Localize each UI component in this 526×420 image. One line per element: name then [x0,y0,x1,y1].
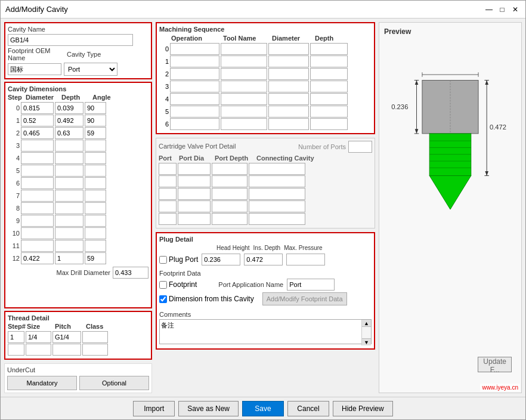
save-as-new-button[interactable]: Save as New [178,401,239,416]
dim-diam-input-11[interactable] [21,240,54,252]
mach-op-input-0[interactable] [170,43,219,55]
close-button[interactable]: ✕ [510,4,521,15]
mach-tool-input-0[interactable] [221,43,267,55]
cart-depth-input-0[interactable] [212,163,247,175]
mach-depth-input-2[interactable] [310,68,348,80]
mach-tool-input-2[interactable] [221,68,267,80]
optional-button[interactable]: Optional [79,376,149,390]
dim-depth-input-4[interactable] [55,152,83,164]
scroll-down[interactable]: ▼ [362,338,371,345]
mach-diam-input-1[interactable] [268,55,309,67]
cart-conn-input-0[interactable] [249,163,305,175]
dim-diam-input-12[interactable] [21,252,54,264]
thread-class-input-0[interactable] [82,331,108,343]
mach-diam-input-6[interactable] [268,118,309,130]
dim-depth-input-11[interactable] [55,240,83,252]
dim-diam-input-3[interactable] [21,140,54,152]
dim-depth-input-2[interactable] [55,127,83,139]
cart-port-input-0[interactable] [159,163,177,175]
dim-depth-input-1[interactable] [55,115,83,126]
mach-depth-input-6[interactable] [310,118,348,130]
mach-tool-input-1[interactable] [221,55,267,67]
dim-angle-input-4[interactable] [85,152,106,164]
plug-port-checkbox[interactable] [159,256,167,264]
cart-conn-input-2[interactable] [249,188,305,200]
dim-diam-input-7[interactable] [21,190,54,202]
dim-angle-input-6[interactable] [85,177,106,189]
dim-angle-input-9[interactable] [85,215,106,227]
dim-angle-input-5[interactable] [85,165,106,177]
dim-depth-input-8[interactable] [55,202,83,214]
cart-conn-input-3[interactable] [249,200,305,212]
cart-dia-input-1[interactable] [178,175,211,187]
mach-op-input-3[interactable] [170,81,219,92]
mach-diam-input-2[interactable] [268,68,309,80]
mandatory-button[interactable]: Mandatory [7,376,77,390]
update-button[interactable]: Update F... [478,357,512,372]
cavity-type-select[interactable]: Port Cartridge Other [64,63,117,76]
mach-op-input-1[interactable] [170,55,219,67]
cavity-name-input[interactable] [8,34,133,46]
dim-diam-input-2[interactable] [21,127,54,139]
footprint-checkbox[interactable] [159,281,167,289]
mach-op-input-2[interactable] [170,68,219,80]
maximize-button[interactable]: □ [497,4,508,15]
dim-diam-input-8[interactable] [21,202,54,214]
cart-port-input-4[interactable] [159,213,177,225]
cart-conn-input-1[interactable] [249,175,305,187]
dim-from-cavity-label[interactable]: Dimension from this Cavity [159,295,254,303]
dim-angle-input-0[interactable] [85,102,106,114]
thread-step-input-0[interactable] [8,331,24,343]
mach-op-input-6[interactable] [170,118,219,130]
dim-depth-input-7[interactable] [55,190,83,202]
ins-depth-input[interactable] [244,254,283,265]
dim-from-cavity-checkbox[interactable] [159,295,167,303]
import-button[interactable]: Import [133,401,175,416]
thread-step-input-1[interactable] [8,344,24,356]
mach-diam-input-4[interactable] [268,93,309,105]
dim-depth-input-9[interactable] [55,215,83,227]
mach-depth-input-5[interactable] [310,106,348,118]
mach-op-input-5[interactable] [170,106,219,118]
dim-depth-input-0[interactable] [55,102,83,114]
mach-tool-input-6[interactable] [221,118,267,130]
thread-pitch-input-0[interactable] [52,331,81,343]
dim-diam-input-6[interactable] [21,177,54,189]
cart-port-input-2[interactable] [159,188,177,200]
dim-diam-input-10[interactable] [21,227,54,239]
hide-preview-button[interactable]: Hide Preview [333,401,393,416]
cart-dia-input-2[interactable] [178,188,211,200]
mach-tool-input-5[interactable] [221,106,267,118]
dim-angle-input-11[interactable] [85,240,106,252]
max-pressure-input[interactable] [286,254,325,265]
mach-op-input-4[interactable] [170,93,219,105]
dim-depth-input-6[interactable] [55,177,83,189]
cancel-button[interactable]: Cancel [287,401,329,416]
thread-pitch-input-1[interactable] [52,344,81,356]
thread-size-input-0[interactable] [26,331,51,343]
head-height-input[interactable] [202,254,240,265]
dim-angle-input-12[interactable] [85,252,106,264]
cart-depth-input-4[interactable] [212,213,247,225]
dim-angle-input-10[interactable] [85,227,106,239]
dim-diam-input-0[interactable] [21,102,54,114]
dim-diam-input-4[interactable] [21,152,54,164]
cart-depth-input-2[interactable] [212,188,247,200]
dim-angle-input-8[interactable] [85,202,106,214]
mach-depth-input-0[interactable] [310,43,348,55]
mach-diam-input-0[interactable] [268,43,309,55]
cart-dia-input-4[interactable] [178,213,211,225]
dim-depth-input-12[interactable] [55,252,83,264]
cart-depth-input-3[interactable] [212,200,247,212]
dim-depth-input-5[interactable] [55,165,83,177]
footprint-checkbox-label[interactable]: Footprint [159,280,197,289]
dim-angle-input-3[interactable] [85,140,106,152]
max-drill-input[interactable] [113,267,148,279]
cart-depth-input-1[interactable] [212,175,247,187]
plug-port-checkbox-label[interactable]: Plug Port [159,255,198,264]
save-button[interactable]: Save [242,401,284,416]
thread-class-input-1[interactable] [82,344,108,356]
mach-depth-input-1[interactable] [310,55,348,67]
num-ports-input[interactable] [348,141,372,153]
minimize-button[interactable]: — [484,4,494,15]
